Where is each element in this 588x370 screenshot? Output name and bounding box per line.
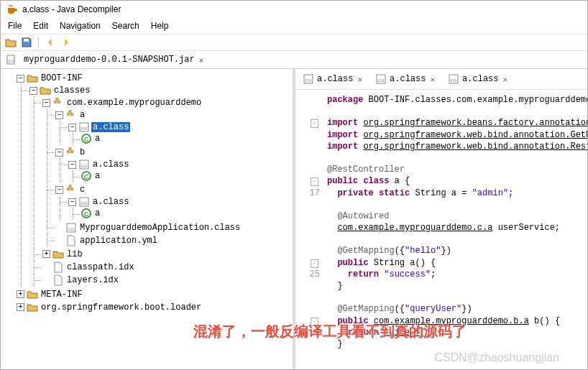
tree-node[interactable]: −classes−com.example.myproguarddemo−a−01…	[29, 84, 290, 287]
tree-toggle[interactable]: −	[29, 87, 37, 95]
menubar: File Edit Navigation Search Help	[1, 18, 587, 34]
file-tab[interactable]: myproguarddemo-0.0.1-SNAPSHOT.jar✕	[19, 53, 209, 66]
tree-label[interactable]: org.springframework.boot.loader	[40, 302, 203, 313]
tree-node[interactable]: +META-INF	[17, 288, 290, 301]
tree-node[interactable]: +org.springframework.boot.loader	[17, 301, 290, 314]
tree-label[interactable]: classpath.idx	[65, 262, 136, 272]
tree-label[interactable]: META-INF	[40, 290, 84, 300]
tree-node[interactable]: −BOOT-INF−classes−com.example.myproguard…	[17, 72, 290, 288]
svg-rect-17	[70, 188, 73, 190]
tree-node[interactable]: classpath.idx	[42, 261, 290, 274]
menu-navigation[interactable]: Navigation	[55, 19, 105, 32]
svg-rect-18	[69, 185, 72, 188]
tree-toggle[interactable]: +	[17, 290, 24, 298]
gutter: --17-25-	[295, 90, 323, 369]
file-tabs: 010 myproguarddemo-0.0.1-SNAPSHOT.jar✕	[1, 51, 587, 69]
tree-toggle[interactable]: −	[55, 149, 63, 157]
svg-text:010: 010	[378, 79, 385, 83]
svg-rect-6	[67, 113, 70, 116]
save-icon[interactable]	[21, 37, 32, 48]
tree-label[interactable]: a.class	[91, 197, 130, 207]
tree-node[interactable]: −010a.classCa	[68, 158, 290, 182]
svg-text:010: 010	[81, 165, 87, 169]
back-icon[interactable]	[45, 37, 56, 48]
menu-help[interactable]: Help	[147, 19, 173, 32]
tree-label[interactable]: MyproguarddemoApplication.class	[78, 223, 242, 233]
svg-rect-5	[56, 98, 59, 101]
svg-text:010: 010	[81, 202, 87, 206]
svg-text:010: 010	[451, 79, 457, 83]
svg-rect-16	[67, 188, 70, 190]
tree-label[interactable]: layers.idx	[65, 275, 120, 285]
tree-node[interactable]: −010a.classCa	[68, 195, 290, 220]
close-icon[interactable]: ✕	[198, 55, 206, 65]
code-tabs: 010a.class✕ 010a.class✕ 010a.class✕	[295, 69, 587, 90]
svg-text:010: 010	[305, 79, 311, 83]
tree-label[interactable]: a	[78, 110, 86, 120]
jar-icon: 010	[5, 54, 17, 65]
tree-node[interactable]: application.yml	[55, 234, 290, 247]
tree-label[interactable]: BOOT-INF	[40, 73, 84, 83]
tree-label[interactable]: a	[93, 134, 101, 144]
svg-text:010: 010	[7, 59, 15, 63]
svg-rect-11	[67, 150, 70, 153]
forward-icon[interactable]	[60, 37, 72, 48]
svg-rect-7	[70, 113, 73, 116]
tree-toggle[interactable]: −	[68, 198, 76, 206]
tree-label[interactable]: a.class	[91, 122, 130, 132]
code-tab[interactable]: 010a.class✕	[445, 72, 512, 86]
tree-panel[interactable]: −BOOT-INF−classes−com.example.myproguard…	[1, 69, 295, 369]
close-icon[interactable]: ✕	[356, 75, 364, 84]
tree-toggle[interactable]: −	[42, 99, 50, 107]
svg-text:010: 010	[81, 127, 87, 131]
svg-rect-4	[58, 101, 60, 103]
tree-toggle[interactable]: −	[68, 161, 76, 169]
close-icon[interactable]: ✕	[502, 75, 510, 84]
tree-toggle[interactable]: −	[17, 75, 24, 83]
tree-node[interactable]: 010MyproguarddemoApplication.class	[55, 221, 290, 234]
tree-label[interactable]: a	[93, 208, 101, 218]
tree-label[interactable]: b	[78, 147, 86, 157]
close-icon[interactable]: ✕	[428, 75, 436, 84]
tree-node[interactable]: Ca	[81, 133, 290, 144]
toolbar	[1, 34, 587, 51]
tree-label[interactable]: com.example.myproguarddemo	[65, 98, 203, 108]
window-title: a.class - Java Decompiler	[22, 4, 121, 14]
tree-node[interactable]: Ca	[81, 208, 290, 219]
tree-label[interactable]: c	[78, 185, 86, 195]
class-leaf-icon: C	[81, 171, 91, 181]
tree-node[interactable]: −b−010a.classCa	[55, 146, 290, 183]
menu-file[interactable]: File	[4, 19, 26, 32]
tree-node[interactable]: −c−010a.classCa	[55, 183, 290, 221]
class-leaf-icon: C	[81, 134, 91, 144]
open-icon[interactable]	[5, 37, 17, 48]
menu-edit[interactable]: Edit	[29, 19, 52, 32]
tree-toggle[interactable]: −	[68, 124, 76, 131]
tree-toggle[interactable]: −	[55, 111, 63, 119]
tree-label[interactable]: application.yml	[78, 236, 159, 246]
menu-search[interactable]: Search	[108, 19, 144, 32]
code-editor[interactable]: --17-25- package BOOT-INF.classes.com.ex…	[295, 90, 587, 369]
tree-label[interactable]: a	[93, 171, 101, 181]
tree-node[interactable]: −010a.classCa	[68, 121, 290, 145]
code-tab[interactable]: 010a.class✕	[300, 72, 367, 86]
class-icon: 010	[375, 73, 387, 85]
tree-toggle[interactable]: +	[42, 250, 50, 258]
class-leaf-icon: C	[81, 208, 91, 218]
tree-label[interactable]: a.class	[91, 159, 130, 170]
tree-node[interactable]: Ca	[81, 170, 290, 182]
class-icon: 010	[448, 73, 459, 85]
tree-toggle[interactable]: −	[55, 186, 63, 194]
tree-node[interactable]: +lib	[42, 248, 290, 261]
titlebar: a.class - Java Decompiler	[1, 1, 587, 18]
svg-rect-13	[69, 147, 72, 150]
tree-label[interactable]: lib	[65, 249, 84, 259]
tree-node[interactable]: layers.idx	[42, 274, 290, 287]
tree-toggle[interactable]: +	[17, 303, 24, 311]
code-tab[interactable]: 010a.class✕	[372, 72, 439, 86]
tree-node[interactable]: −com.example.myproguarddemo−a−010a.class…	[42, 96, 290, 248]
tree-label[interactable]: classes	[52, 85, 91, 96]
tree-node[interactable]: −a−010a.classCa	[55, 108, 290, 146]
svg-rect-0	[24, 39, 29, 42]
svg-text:010: 010	[68, 228, 74, 232]
